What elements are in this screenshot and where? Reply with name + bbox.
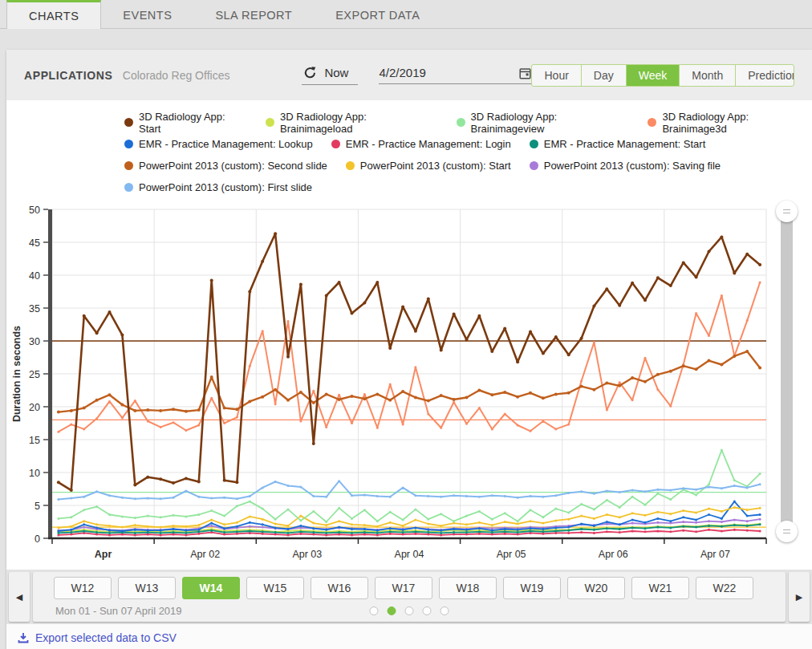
- legend-color-dot: [124, 140, 133, 148]
- pagination-dot-3[interactable]: [423, 606, 432, 615]
- legend-item-powerpoint-2013-custom-saving-file[interactable]: PowerPoint 2013 (custom): Saving file: [530, 160, 721, 172]
- calendar-icon[interactable]: [519, 67, 531, 79]
- pagination-dot-4[interactable]: [441, 606, 449, 615]
- legend-label: EMR - Practice Management: Login: [346, 138, 511, 150]
- week-button-w16[interactable]: W16: [311, 577, 368, 599]
- week-button-w21[interactable]: W21: [631, 577, 689, 599]
- week-button-w19[interactable]: W19: [503, 577, 561, 599]
- scrollbar-bottom-handle[interactable]: [776, 521, 798, 542]
- week-button-w20[interactable]: W20: [567, 577, 625, 599]
- legend-label: 3D Radiology App: Start: [139, 111, 247, 135]
- series-line-3d-radiology-app-brainimageview: [59, 450, 760, 521]
- week-pagination-dots: [370, 606, 449, 615]
- date-value: 4/2/2019: [379, 66, 425, 79]
- pagination-dot-2[interactable]: [405, 606, 414, 615]
- legend-label: PowerPoint 2013 (custom): First slide: [139, 181, 312, 193]
- legend-label: EMR - Practice Management: Start: [544, 138, 706, 150]
- legend-color-dot: [124, 118, 133, 127]
- legend-color-dot: [648, 118, 656, 127]
- legend-item-emr-practice-management-login[interactable]: EMR - Practice Management: Login: [331, 138, 511, 150]
- legend-item-powerpoint-2013-custom-start[interactable]: PowerPoint 2013 (custom): Start: [346, 160, 511, 172]
- series-line-powerpoint-2013-custom-start: [59, 508, 760, 528]
- x-axis-label: Apr 03: [292, 549, 322, 560]
- svg-text:30: 30: [29, 336, 40, 347]
- legend-row: PowerPoint 2013 (custom): First slide: [124, 176, 812, 198]
- previous-weeks-arrow-button[interactable]: ◀: [9, 572, 30, 622]
- tab-charts[interactable]: CHARTS: [6, 0, 101, 29]
- legend-item-3d-radiology-app-start[interactable]: 3D Radiology App: Start: [124, 111, 247, 135]
- svg-text:50: 50: [29, 205, 40, 216]
- duration-line-chart: 05101520253035404550AprApr 02Apr 03Apr 0…: [6, 201, 801, 566]
- week-button-w18[interactable]: W18: [439, 577, 497, 599]
- legend-label: EMR - Practice Management: Lookup: [139, 138, 313, 150]
- svg-text:40: 40: [29, 270, 40, 282]
- range-button-hour[interactable]: Hour: [532, 65, 580, 86]
- chart-legend: 3D Radiology App: Start3D Radiology App:…: [6, 112, 812, 198]
- week-button-w13[interactable]: W13: [118, 577, 176, 599]
- y-axis-title: Duration in seconds: [11, 326, 22, 422]
- section-label: APPLICATIONS: [24, 69, 112, 82]
- svg-text:15: 15: [29, 435, 40, 446]
- legend-label: PowerPoint 2013 (custom): Start: [360, 160, 511, 172]
- week-selector-bar: ◀ W12W13W14W15W16W17W18W19W20W21W22 Mon …: [6, 570, 812, 624]
- range-button-month[interactable]: Month: [679, 65, 735, 86]
- legend-row: 3D Radiology App: Start3D Radiology App:…: [124, 112, 812, 133]
- svg-text:45: 45: [29, 237, 40, 249]
- range-button-prediction[interactable]: Prediction: [735, 65, 794, 86]
- legend-label: 3D Radiology App: Brainimageload: [280, 111, 437, 135]
- x-axis-label: Apr 05: [497, 549, 526, 560]
- legend-color-dot: [530, 161, 538, 170]
- series-line-3d-radiology-app-start: [59, 233, 760, 490]
- tab-sla-report[interactable]: SLA REPORT: [193, 0, 314, 28]
- legend-item-emr-practice-management-lookup[interactable]: EMR - Practice Management: Lookup: [124, 138, 313, 150]
- applications-selector[interactable]: APPLICATIONS Colorado Reg Offices: [24, 68, 229, 83]
- now-label: Now: [324, 66, 348, 79]
- refresh-now-control[interactable]: Now: [302, 66, 358, 85]
- legend-color-dot: [530, 140, 538, 148]
- range-button-day[interactable]: Day: [581, 65, 626, 86]
- x-axis-label: Apr 06: [599, 549, 628, 560]
- legend-item-emr-practice-management-start[interactable]: EMR - Practice Management: Start: [530, 138, 706, 150]
- week-footer: Mon 01 - Sun 07 April 2019: [54, 604, 765, 617]
- selected-week-range-label: Mon 01 - Sun 07 April 2019: [55, 605, 182, 617]
- scrollbar-top-handle[interactable]: [776, 201, 798, 222]
- arrow-right-icon: ▶: [796, 592, 802, 602]
- chart-header: APPLICATIONS Colorado Reg Offices Now 4/…: [6, 50, 812, 100]
- legend-item-3d-radiology-app-brainimageview[interactable]: 3D Radiology App: Brainimageview: [457, 111, 630, 135]
- week-button-w12[interactable]: W12: [54, 577, 112, 599]
- tab-events[interactable]: EVENTS: [101, 0, 193, 28]
- x-axis-label: Apr 04: [395, 549, 424, 560]
- export-bar: Export selected data to CSV: [6, 624, 812, 649]
- week-button-w15[interactable]: W15: [246, 577, 304, 599]
- legend-row: EMR - Practice Management: LookupEMR - P…: [124, 133, 812, 155]
- chart-area: 05101520253035404550AprApr 02Apr 03Apr 0…: [6, 201, 812, 570]
- legend-color-dot: [266, 118, 274, 127]
- week-button-w14[interactable]: W14: [182, 577, 240, 599]
- legend-item-powerpoint-2013-custom-second-slide[interactable]: PowerPoint 2013 (custom): Second slide: [124, 160, 327, 172]
- export-csv-link[interactable]: Export selected data to CSV: [35, 631, 177, 644]
- legend-color-dot: [457, 118, 465, 127]
- series-markers-3d-radiology-app-start: [57, 232, 761, 492]
- week-button-w22[interactable]: W22: [696, 577, 753, 599]
- next-weeks-arrow-button[interactable]: ▶: [789, 572, 810, 622]
- top-gap: [0, 29, 812, 50]
- date-input[interactable]: 4/2/2019: [379, 66, 531, 84]
- legend-label: PowerPoint 2013 (custom): Second slide: [139, 160, 327, 172]
- legend-item-powerpoint-2013-custom-first-slide[interactable]: PowerPoint 2013 (custom): First slide: [124, 181, 312, 193]
- time-range-button-group: HourDayWeekMonthPrediction: [531, 64, 794, 87]
- chart-card: 3D Radiology App: Start3D Radiology App:…: [6, 100, 812, 570]
- chart-vertical-zoom-scrollbar[interactable]: [781, 211, 793, 532]
- legend-item-3d-radiology-app-brainimageload[interactable]: 3D Radiology App: Brainimageload: [266, 111, 437, 135]
- pagination-dot-0[interactable]: [370, 606, 379, 615]
- series-markers-powerpoint-2013-custom-second-slide: [57, 350, 761, 413]
- x-axis-label: Apr 02: [190, 549, 220, 560]
- range-button-week[interactable]: Week: [626, 65, 680, 86]
- week-button-w17[interactable]: W17: [375, 577, 432, 599]
- week-buttons: W12W13W14W15W16W17W18W19W20W21W22: [54, 577, 765, 599]
- tab-export-data[interactable]: EXPORT DATA: [314, 0, 441, 28]
- legend-color-dot: [124, 183, 133, 192]
- svg-text:0: 0: [35, 533, 40, 545]
- legend-item-3d-radiology-app-brainimage3d[interactable]: 3D Radiology App: Brainimage3d: [648, 111, 812, 135]
- x-axis-label: Apr 07: [700, 549, 730, 560]
- pagination-dot-1[interactable]: [388, 606, 396, 615]
